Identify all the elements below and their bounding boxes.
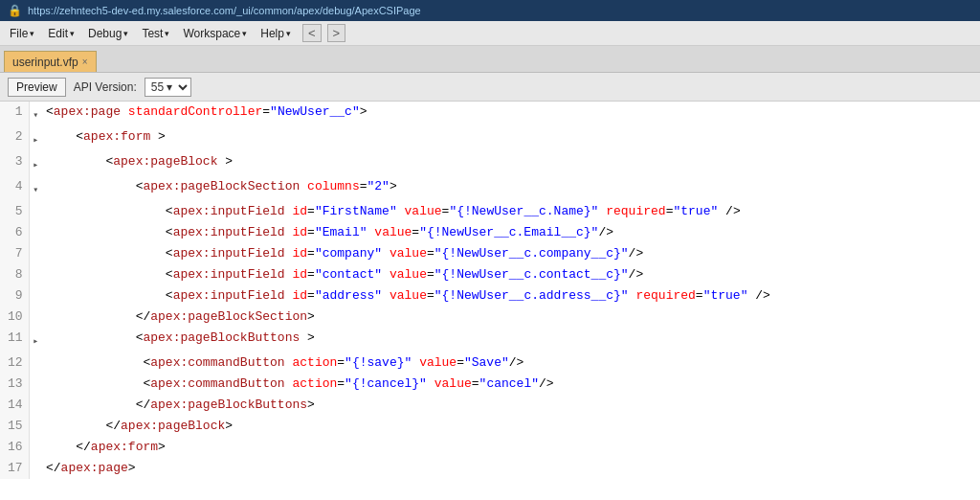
tab-close-button[interactable]: × (82, 57, 88, 67)
menu-help[interactable]: Help▾ (255, 25, 297, 42)
nav-back-button[interactable]: < (302, 24, 322, 42)
menu-workspace[interactable]: Workspace▾ (177, 25, 253, 42)
code-line: <apex:commandButton action="{!cancel}" v… (42, 374, 980, 395)
fold-arrow (29, 374, 42, 395)
table-row: 6 <apex:inputField id="Email" value="{!N… (0, 222, 980, 243)
table-row: 7 <apex:inputField id="company" value="{… (0, 243, 980, 264)
table-row: 5 <apex:inputField id="FirstName" value=… (0, 201, 980, 222)
line-number: 9 (0, 285, 29, 307)
fold-arrow[interactable]: ▸ (29, 151, 42, 176)
table-row: 9 <apex:inputField id="address" value="{… (0, 285, 980, 307)
table-row: 14 </apex:pageBlockButtons> (0, 395, 980, 416)
line-number: 17 (0, 458, 29, 479)
menu-edit[interactable]: Edit▾ (42, 25, 80, 42)
code-line: <apex:inputField id="company" value="{!N… (42, 243, 980, 264)
line-number: 10 (0, 307, 29, 328)
code-line: </apex:form> (42, 437, 980, 458)
api-version-label: API Version: (74, 80, 137, 94)
table-row: 16 </apex:form> (0, 437, 980, 458)
fold-arrow (29, 437, 42, 458)
table-row: 17</apex:page> (0, 458, 980, 479)
code-line: <apex:inputField id="Email" value="{!New… (42, 222, 980, 243)
fold-arrow (29, 416, 42, 437)
nav-forward-button[interactable]: > (327, 24, 346, 42)
line-number: 8 (0, 264, 29, 285)
title-bar: 🔒 https://zehntech5-dev-ed.my.salesforce… (0, 0, 980, 21)
tab-bar: userinput.vfp × (0, 46, 980, 73)
table-row: 8 <apex:inputField id="contact" value="{… (0, 264, 980, 285)
fold-arrow (29, 285, 42, 307)
menu-debug[interactable]: Debug▾ (82, 25, 134, 42)
line-number: 12 (0, 352, 29, 374)
line-number: 14 (0, 395, 29, 416)
fold-arrow[interactable]: ▸ (29, 328, 42, 352)
code-line: <apex:pageBlockSection columns="2"> (42, 176, 980, 201)
line-number: 3 (0, 151, 29, 176)
line-number: 5 (0, 201, 29, 222)
line-number: 13 (0, 374, 29, 395)
code-line: <apex:pageBlock > (42, 151, 980, 176)
code-line: <apex:inputField id="contact" value="{!N… (42, 264, 980, 285)
api-version-select[interactable]: 55 ▾ (145, 78, 191, 97)
code-line: </apex:page> (42, 458, 980, 479)
toolbar: Preview API Version: 55 ▾ (0, 73, 980, 102)
fold-arrow[interactable]: ▾ (29, 176, 42, 201)
fold-arrow (29, 352, 42, 374)
menu-test[interactable]: Test▾ (136, 25, 175, 42)
table-row: 15 </apex:pageBlock> (0, 416, 980, 437)
code-line: </apex:pageBlock> (42, 416, 980, 437)
fold-arrow (29, 307, 42, 328)
code-line: </apex:pageBlockSection> (42, 307, 980, 328)
table-row: 11▸ <apex:pageBlockButtons > (0, 328, 980, 352)
fold-arrow (29, 458, 42, 479)
fold-arrow (29, 201, 42, 222)
line-number: 15 (0, 416, 29, 437)
code-line: <apex:inputField id="FirstName" value="{… (42, 201, 980, 222)
code-line: </apex:pageBlockButtons> (42, 395, 980, 416)
fold-arrow (29, 395, 42, 416)
tab-label: userinput.vfp (12, 56, 78, 69)
code-line: <apex:inputField id="address" value="{!N… (42, 285, 980, 307)
code-line: <apex:commandButton action="{!save}" val… (42, 352, 980, 374)
line-number: 2 (0, 126, 29, 151)
line-number: 11 (0, 328, 29, 352)
fold-arrow (29, 264, 42, 285)
tab-userinput[interactable]: userinput.vfp × (4, 51, 97, 72)
table-row: 13 <apex:commandButton action="{!cancel}… (0, 374, 980, 395)
table-row: 3▸ <apex:pageBlock > (0, 151, 980, 176)
table-row: 2▸ <apex:form > (0, 126, 980, 151)
table-row: 4▾ <apex:pageBlockSection columns="2"> (0, 176, 980, 201)
code-line: <apex:form > (42, 126, 980, 151)
table-row: 10 </apex:pageBlockSection> (0, 307, 980, 328)
lock-icon: 🔒 (8, 4, 22, 17)
fold-arrow[interactable]: ▸ (29, 126, 42, 151)
code-table: 1▾<apex:page standardController="NewUser… (0, 102, 980, 479)
menu-file[interactable]: File▾ (4, 25, 40, 42)
preview-button[interactable]: Preview (8, 78, 66, 97)
line-number: 6 (0, 222, 29, 243)
code-editor[interactable]: 1▾<apex:page standardController="NewUser… (0, 102, 980, 500)
line-number: 1 (0, 102, 29, 126)
code-line: <apex:pageBlockButtons > (42, 328, 980, 352)
line-number: 4 (0, 176, 29, 201)
fold-arrow (29, 222, 42, 243)
code-line: <apex:page standardController="NewUser__… (42, 102, 980, 126)
line-number: 16 (0, 437, 29, 458)
table-row: 1▾<apex:page standardController="NewUser… (0, 102, 980, 126)
menu-bar: File▾ Edit▾ Debug▾ Test▾ Workspace▾ Help… (0, 21, 980, 46)
url-bar: https://zehntech5-dev-ed.my.salesforce.c… (28, 5, 421, 16)
table-row: 12 <apex:commandButton action="{!save}" … (0, 352, 980, 374)
line-number: 7 (0, 243, 29, 264)
fold-arrow (29, 243, 42, 264)
fold-arrow[interactable]: ▾ (29, 102, 42, 126)
